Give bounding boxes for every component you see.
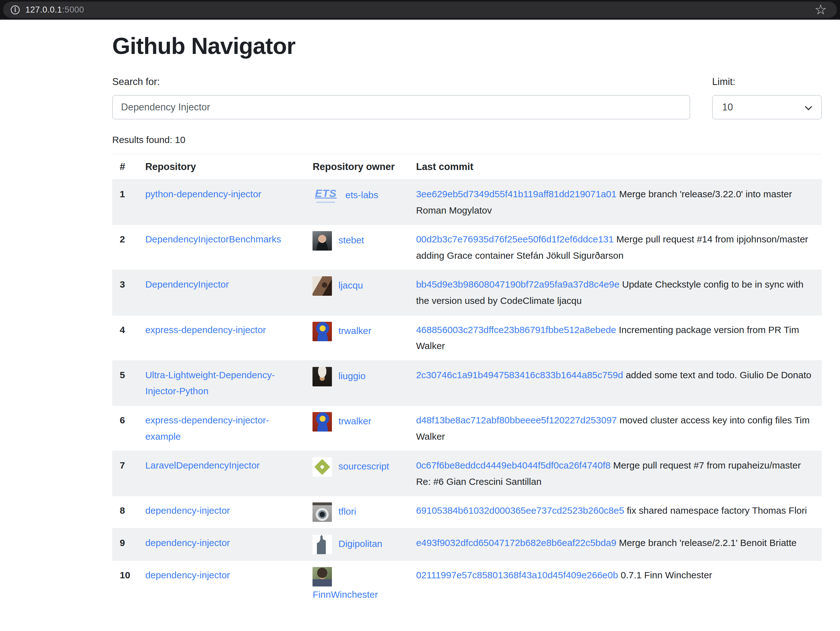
site-info-icon[interactable] xyxy=(11,5,20,14)
chevron-down-icon xyxy=(805,103,812,111)
limit-selected-value: 10 xyxy=(722,101,733,113)
page-content: Github Navigator Search for: Limit: 10 R… xyxy=(112,33,822,609)
row-number: 7 xyxy=(112,451,137,496)
owner-link[interactable]: stebet xyxy=(338,235,364,245)
row-number: 8 xyxy=(112,496,137,528)
avatar-digipolitan xyxy=(313,535,332,554)
commit-message: added some text and todo. Giulio De Dona… xyxy=(625,370,811,380)
commit-hash-link[interactable]: 2c30746c1a91b4947583416c833b1644a85c759d xyxy=(416,370,623,380)
limit-block: Limit: 10 xyxy=(712,76,822,120)
avatar-stebet xyxy=(313,231,332,251)
owner-link[interactable]: Digipolitan xyxy=(338,538,382,549)
search-label: Search for: xyxy=(112,76,690,87)
repo-link[interactable]: dependency-injector xyxy=(145,505,230,516)
commit-hash-link[interactable]: 468856003c273dffce23b86791fbbe512a8ebede xyxy=(416,324,616,335)
table-row: 6 express-dependency-injector-example tr… xyxy=(112,405,822,451)
header-repository: Repository xyxy=(137,154,305,180)
search-block: Search for: xyxy=(112,76,690,120)
owner-link[interactable]: ets-labs xyxy=(346,190,378,200)
commit-hash-link[interactable]: e493f9032dfcd65047172b682e8b6eaf22c5bda9 xyxy=(416,538,616,548)
owner-link[interactable]: trwalker xyxy=(338,325,371,335)
row-number: 5 xyxy=(112,361,137,405)
row-number: 3 xyxy=(112,270,137,315)
url-text: 127.0.0.1:5000 xyxy=(25,5,84,15)
row-number: 6 xyxy=(112,405,137,451)
commit-hash-link[interactable]: 02111997e57c85801368f43a10d45f409e266e0b xyxy=(416,570,618,580)
repo-link[interactable]: LaravelDependencyInjector xyxy=(145,460,259,470)
owner-link[interactable]: tflori xyxy=(338,506,356,517)
table-row: 1 python-dependency-injector ETS ets-lab… xyxy=(112,180,822,225)
commit-message: Merge branch 'release/2.2.1' Benoit Bria… xyxy=(619,538,797,548)
repo-link[interactable]: python-dependency-injector xyxy=(145,189,261,199)
avatar-trwalker xyxy=(313,412,332,432)
commit-hash-link[interactable]: d48f13be8ac712abf80bbeeee5f120227d253097 xyxy=(416,415,617,425)
table-row: 9 dependency-injector Digipolitan e493f9… xyxy=(112,528,822,561)
row-number: 2 xyxy=(112,225,137,270)
row-number: 4 xyxy=(112,315,137,361)
commit-hash-link[interactable]: 00d2b3c7e76935d76f25ee50f6d1f2ef6ddce131 xyxy=(416,234,614,244)
owner-link[interactable]: liuggio xyxy=(338,371,366,381)
avatar-trwalker xyxy=(313,322,332,341)
table-row: 7 LaravelDependencyInjector sourcescript… xyxy=(112,451,822,496)
avatar-finnwinchester xyxy=(313,567,332,587)
header-repository-owner: Repository owner xyxy=(305,154,408,180)
header-last-commit: Last commit xyxy=(408,154,822,180)
avatar-liuggio xyxy=(313,367,332,386)
owner-link[interactable]: trwalker xyxy=(338,416,371,426)
repo-link[interactable]: express-dependency-injector-example xyxy=(145,415,269,441)
row-number: 10 xyxy=(112,561,137,609)
repo-link[interactable]: dependency-injector xyxy=(145,570,230,580)
browser-chrome: 127.0.0.1:5000 ☆ xyxy=(0,0,840,20)
commit-hash-link[interactable]: bb45d9e3b98608047190bf72a95fa9a37d8c4e9e xyxy=(416,279,619,289)
table-row: 3 DependencyInjector ljacqu bb45d9e3b986… xyxy=(112,270,822,315)
avatar-sourcescript xyxy=(313,457,332,477)
table-row: 4 express-dependency-injector trwalker 4… xyxy=(112,315,822,361)
url-port: :5000 xyxy=(62,5,84,14)
commit-hash-link[interactable]: 0c67f6be8eddcd4449eb4044f5df0ca26f4740f8 xyxy=(416,460,611,470)
commit-message: fix shared namespace factory Thomas Flor… xyxy=(627,505,807,516)
row-number: 1 xyxy=(112,180,137,225)
commit-hash-link[interactable]: 3ee629eb5d7349d55f41b119aff81dd219071a01 xyxy=(416,189,617,199)
owner-link[interactable]: sourcescript xyxy=(338,461,389,471)
results-count: Results found: 10 xyxy=(112,134,822,145)
search-input[interactable] xyxy=(112,95,690,120)
avatar-ljacqu xyxy=(313,276,332,296)
repo-link[interactable]: DependencyInjector xyxy=(145,279,229,289)
table-row: 8 dependency-injector tflori 69105384b61… xyxy=(112,496,822,528)
address-bar[interactable]: 127.0.0.1:5000 ☆ xyxy=(3,2,837,18)
results-table: # Repository Repository owner Last commi… xyxy=(112,154,822,609)
header-num: # xyxy=(112,154,137,180)
table-header-row: # Repository Repository owner Last commi… xyxy=(112,154,822,180)
commit-hash-link[interactable]: 69105384b61032d000365ee737cd2523b260c8e5 xyxy=(416,505,624,516)
table-row: 5 Ultra-Lightweight-Dependency-Injector-… xyxy=(112,361,822,405)
owner-link[interactable]: FinnWinchester xyxy=(313,589,378,599)
page-title: Github Navigator xyxy=(112,33,822,59)
row-number: 9 xyxy=(112,528,137,561)
repo-link[interactable]: DependencyInjectorBenchmarks xyxy=(145,234,281,244)
commit-message: 0.7.1 Finn Winchester xyxy=(621,570,712,580)
search-controls: Search for: Limit: 10 xyxy=(112,76,822,120)
ets-labs-logo-text: ETS xyxy=(313,186,339,201)
table-row: 10 dependency-injector FinnWinchester 02… xyxy=(112,561,822,609)
repo-link[interactable]: express-dependency-injector xyxy=(145,324,266,335)
repo-link[interactable]: dependency-injector xyxy=(145,538,230,548)
avatar-ets-labs: ETS xyxy=(313,186,339,206)
repo-link[interactable]: Ultra-Lightweight-Dependency-Injector-Py… xyxy=(145,370,275,396)
owner-link[interactable]: ljacqu xyxy=(338,280,363,290)
limit-label: Limit: xyxy=(712,76,822,87)
avatar-tflori xyxy=(313,503,332,522)
url-host: 127.0.0.1 xyxy=(25,5,62,14)
limit-select[interactable]: 10 xyxy=(712,95,822,120)
bookmark-star-icon[interactable]: ☆ xyxy=(815,3,829,17)
table-row: 2 DependencyInjectorBenchmarks stebet 00… xyxy=(112,225,822,270)
